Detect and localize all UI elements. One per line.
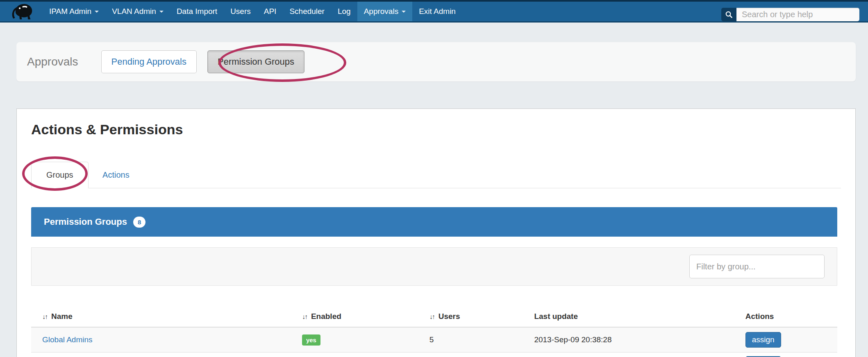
nav-item-exit-admin[interactable]: Exit Admin bbox=[412, 2, 462, 21]
nav-item-label: Users bbox=[230, 7, 251, 16]
permission-groups-table: ↓↑Name ↓↑Enabled ↓↑Users Last update Act… bbox=[31, 298, 837, 357]
navbar-search bbox=[721, 8, 859, 21]
top-navbar: IPAM Admin VLAN Admin Data Import Users … bbox=[0, 0, 868, 23]
nav-item-api[interactable]: API bbox=[257, 2, 283, 21]
sort-icon[interactable]: ↓↑ bbox=[429, 313, 434, 320]
nav-item-label: Data Import bbox=[177, 7, 217, 16]
chevron-down-icon bbox=[95, 11, 99, 13]
column-header-enabled[interactable]: ↓↑Enabled bbox=[302, 298, 429, 327]
page-title: Actions & Permissions bbox=[31, 121, 855, 138]
nav-item-label: Approvals bbox=[364, 7, 399, 16]
search-icon[interactable] bbox=[721, 8, 736, 21]
panel-heading: Permission Groups 8 bbox=[31, 207, 837, 237]
table-toolbar bbox=[31, 247, 837, 286]
sort-icon[interactable]: ↓↑ bbox=[302, 313, 307, 320]
nav-item-data-import[interactable]: Data Import bbox=[170, 2, 224, 21]
nav-item-label: IPAM Admin bbox=[49, 7, 91, 16]
table-row: Global Admins yes 5 2013-Sep-09 20:38:28… bbox=[31, 327, 837, 352]
filter-by-group-input[interactable] bbox=[689, 255, 825, 278]
phpipam-mammoth-logo-icon[interactable] bbox=[11, 2, 34, 21]
search-input[interactable] bbox=[736, 8, 859, 21]
section-title: Approvals bbox=[27, 55, 78, 68]
enabled-badge: yes bbox=[302, 334, 320, 346]
nav-item-label: VLAN Admin bbox=[112, 7, 156, 16]
column-header-name[interactable]: ↓↑Name bbox=[31, 298, 302, 327]
nav-menu: IPAM Admin VLAN Admin Data Import Users … bbox=[43, 2, 462, 21]
nav-item-label: Exit Admin bbox=[419, 7, 456, 16]
nav-item-log[interactable]: Log bbox=[331, 2, 357, 21]
tab-groups[interactable]: Groups bbox=[31, 162, 89, 188]
panel-title: Permission Groups bbox=[44, 217, 127, 227]
pending-approvals-button[interactable]: Pending Approvals bbox=[101, 50, 197, 73]
assign-button[interactable]: assign bbox=[745, 332, 781, 348]
column-header-users[interactable]: ↓↑Users bbox=[429, 298, 534, 327]
chevron-down-icon bbox=[159, 11, 164, 13]
nav-item-label: Scheduler bbox=[289, 7, 325, 16]
last-update-timestamp: 2013-Sep-09 20:38:28 bbox=[534, 335, 611, 344]
group-name-link[interactable]: Global Admins bbox=[42, 335, 93, 344]
nav-item-label: API bbox=[264, 7, 277, 16]
nav-item-ipam-admin[interactable]: IPAM Admin bbox=[43, 2, 105, 21]
sort-icon[interactable]: ↓↑ bbox=[42, 313, 47, 320]
column-header-last-update: Last update bbox=[534, 298, 745, 327]
nav-item-scheduler[interactable]: Scheduler bbox=[283, 2, 331, 21]
tab-bar: Groups Actions bbox=[31, 161, 841, 188]
table-row-partial: assign bbox=[31, 352, 837, 357]
permission-groups-button[interactable]: Permission Groups bbox=[207, 50, 304, 73]
nav-item-vlan-admin[interactable]: VLAN Admin bbox=[105, 2, 170, 21]
permission-groups-panel: Permission Groups 8 ↓↑Name ↓↑Enabled ↓↑U… bbox=[31, 207, 837, 357]
column-header-actions: Actions bbox=[745, 298, 837, 327]
nav-item-label: Log bbox=[338, 7, 351, 16]
approvals-header-panel: Approvals Pending Approvals Permission G… bbox=[16, 42, 856, 81]
nav-item-users[interactable]: Users bbox=[224, 2, 257, 21]
content-card: Actions & Permissions Groups Actions Per… bbox=[16, 108, 856, 357]
chevron-down-icon bbox=[402, 11, 406, 13]
nav-item-approvals[interactable]: Approvals bbox=[357, 2, 413, 21]
group-count-badge: 8 bbox=[133, 217, 145, 228]
tab-actions[interactable]: Actions bbox=[90, 162, 142, 188]
users-count: 5 bbox=[429, 335, 434, 344]
table-header-row: ↓↑Name ↓↑Enabled ↓↑Users Last update Act… bbox=[31, 298, 837, 327]
